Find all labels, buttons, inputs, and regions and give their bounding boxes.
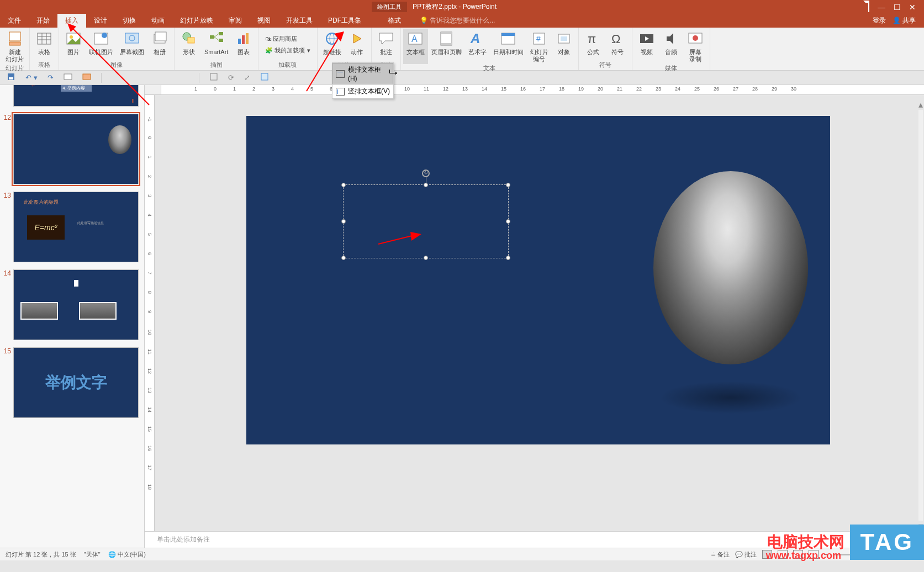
share-button[interactable]: 👤 共享 bbox=[893, 16, 916, 25]
svg-rect-22 bbox=[238, 39, 241, 44]
screen-recording-button[interactable]: 屏幕 录制 bbox=[683, 29, 707, 64]
resize-handle[interactable] bbox=[506, 256, 510, 260]
menu-home[interactable]: 开始 bbox=[29, 14, 57, 28]
audio-button[interactable]: 音频 bbox=[659, 29, 683, 64]
slide-thumbnail-14[interactable] bbox=[13, 269, 139, 340]
symbol-button[interactable]: Ω符号 bbox=[605, 29, 630, 61]
qat-redo-icon[interactable]: ↷ bbox=[47, 73, 54, 82]
slide-number-button[interactable]: #幻灯片 编号 bbox=[527, 29, 552, 64]
menu-slideshow[interactable]: 幻灯片放映 bbox=[172, 14, 221, 28]
date-time-button[interactable]: 日期和时间 bbox=[490, 29, 527, 64]
slide-canvas[interactable] bbox=[246, 116, 830, 444]
qat-slideshow-icon[interactable] bbox=[64, 72, 72, 83]
qat-extra-2[interactable]: ⟳ bbox=[228, 73, 234, 82]
resize-handle[interactable] bbox=[341, 256, 346, 260]
slide-thumbnail-12[interactable] bbox=[13, 114, 139, 184]
comment-icon bbox=[377, 30, 395, 47]
qat-save-icon[interactable] bbox=[7, 72, 15, 83]
picture-button[interactable]: 图片 bbox=[61, 29, 86, 61]
slide-thumbnail[interactable]: 2. 产品介绍 3. 举例内容 4. 举例内容 ← ⏸ bbox=[13, 85, 139, 107]
group-illustrations-label: 插图 bbox=[177, 61, 256, 70]
status-theme: "天体" bbox=[84, 550, 101, 559]
object-button[interactable]: 对象 bbox=[552, 29, 576, 64]
comment-button[interactable]: 批注 bbox=[374, 29, 398, 61]
my-addins-button[interactable]: 🧩 我的加载项 ▾ bbox=[265, 46, 310, 55]
menu-file[interactable]: 文件 bbox=[0, 14, 29, 28]
horizontal-textbox-item[interactable]: 横排文本框(H) bbox=[332, 63, 393, 84]
slide-thumbnail-13[interactable]: 此处图片的标题 E=mc² 此处填写描述信息 bbox=[13, 192, 139, 262]
einstein-image[interactable] bbox=[653, 171, 808, 364]
status-language[interactable]: 🌐 中文(中国) bbox=[108, 550, 146, 559]
online-picture-button[interactable]: 联机图片 bbox=[86, 29, 117, 61]
shapes-button[interactable]: 形状 bbox=[177, 29, 201, 61]
svg-line-20 bbox=[214, 34, 219, 37]
menu-animations[interactable]: 动画 bbox=[144, 14, 172, 28]
header-footer-button[interactable]: 页眉和页脚 bbox=[428, 29, 465, 64]
new-slide-button[interactable]: 新建 幻灯片 bbox=[2, 29, 27, 64]
qat-extra-1[interactable] bbox=[209, 72, 218, 83]
action-button[interactable]: 动作 bbox=[345, 29, 369, 61]
qat-extra-3[interactable]: ⤢ bbox=[244, 73, 250, 82]
svg-rect-2 bbox=[38, 33, 51, 44]
menu-transitions[interactable]: 切换 bbox=[115, 14, 144, 28]
chart-button[interactable]: 图表 bbox=[231, 29, 256, 61]
qat-extra-4[interactable] bbox=[260, 72, 269, 83]
smartart-button[interactable]: SmartArt bbox=[201, 29, 231, 61]
menu-developer[interactable]: 开发工具 bbox=[278, 14, 320, 28]
menu-format[interactable]: 格式 bbox=[380, 14, 409, 28]
qat-undo-icon[interactable]: ↶ ▾ bbox=[25, 73, 38, 82]
svg-line-21 bbox=[214, 37, 219, 40]
vertical-scrollbar[interactable]: ▴▾ bbox=[917, 95, 924, 531]
tell-me-search[interactable]: 💡 告诉我您想要做什么... bbox=[420, 16, 495, 25]
textbox-icon: A bbox=[406, 30, 424, 47]
slide-number: 14 bbox=[2, 269, 13, 340]
vertical-ruler[interactable]: -10123456789101112131415161718 bbox=[145, 95, 155, 531]
resize-handle[interactable] bbox=[506, 183, 510, 187]
menu-view[interactable]: 视图 bbox=[250, 14, 278, 28]
resize-handle[interactable] bbox=[506, 219, 510, 224]
close-icon[interactable]: ✕ bbox=[909, 3, 916, 12]
vertical-textbox-item[interactable]: 竖排文本框(V) bbox=[332, 84, 393, 98]
maximize-icon[interactable]: ☐ bbox=[894, 3, 901, 12]
menu-pdf[interactable]: PDF工具集 bbox=[320, 14, 369, 28]
svg-rect-40 bbox=[561, 36, 567, 41]
resize-handle[interactable] bbox=[424, 256, 428, 260]
wordart-button[interactable]: A艺术字 bbox=[465, 29, 490, 64]
einstein-thumb bbox=[108, 125, 131, 154]
store-button[interactable]: 🛍 应用商店 bbox=[265, 35, 310, 43]
date-time-icon bbox=[499, 30, 517, 47]
login-link[interactable]: 登录 bbox=[873, 16, 886, 25]
svg-rect-36 bbox=[501, 33, 515, 36]
minimize-icon[interactable]: — bbox=[878, 3, 885, 12]
svg-rect-24 bbox=[246, 33, 249, 44]
video-button[interactable]: 视频 bbox=[635, 29, 659, 64]
svg-text:#: # bbox=[536, 34, 541, 43]
status-notes-button[interactable]: ≐ 备注 bbox=[711, 550, 730, 559]
svg-text:π: π bbox=[588, 32, 596, 46]
textbox-button[interactable]: A文本框 bbox=[403, 29, 428, 64]
resize-handle[interactable] bbox=[424, 183, 428, 187]
ribbon-options-icon[interactable] bbox=[868, 3, 869, 12]
screenshot-button[interactable]: 屏幕截图 bbox=[117, 29, 147, 61]
status-comments-button[interactable]: 💬 批注 bbox=[735, 550, 757, 559]
menu-review[interactable]: 审阅 bbox=[221, 14, 250, 28]
new-slide-icon bbox=[6, 30, 24, 47]
horizontal-ruler[interactable]: 1012345678910111213141516171819202122232… bbox=[161, 85, 924, 95]
object-icon bbox=[555, 30, 573, 47]
album-button[interactable]: 相册 bbox=[147, 29, 172, 61]
menu-design[interactable]: 设计 bbox=[86, 14, 115, 28]
table-button[interactable]: 表格 bbox=[32, 29, 56, 61]
selected-textbox[interactable] bbox=[343, 184, 509, 258]
group-symbols-label: 符号 bbox=[581, 61, 630, 70]
menu-insert[interactable]: 插入 bbox=[57, 14, 86, 28]
resize-handle[interactable] bbox=[341, 183, 346, 187]
resize-handle[interactable] bbox=[341, 219, 346, 224]
slide-thumbnails-panel[interactable]: 2. 产品介绍 3. 举例内容 4. 举例内容 ← ⏸ 12 13 此处图片的标… bbox=[0, 85, 145, 548]
audio-icon bbox=[662, 30, 680, 47]
mouse-cursor: ⮡ bbox=[389, 69, 398, 79]
slide-thumbnail-15[interactable]: 举例文字 bbox=[13, 347, 139, 418]
qat-slideshow-icon-2[interactable] bbox=[82, 72, 91, 83]
rotation-handle[interactable] bbox=[422, 170, 430, 177]
equation-button[interactable]: π公式 bbox=[581, 29, 605, 61]
hyperlink-button[interactable]: 超链接 bbox=[320, 29, 345, 61]
